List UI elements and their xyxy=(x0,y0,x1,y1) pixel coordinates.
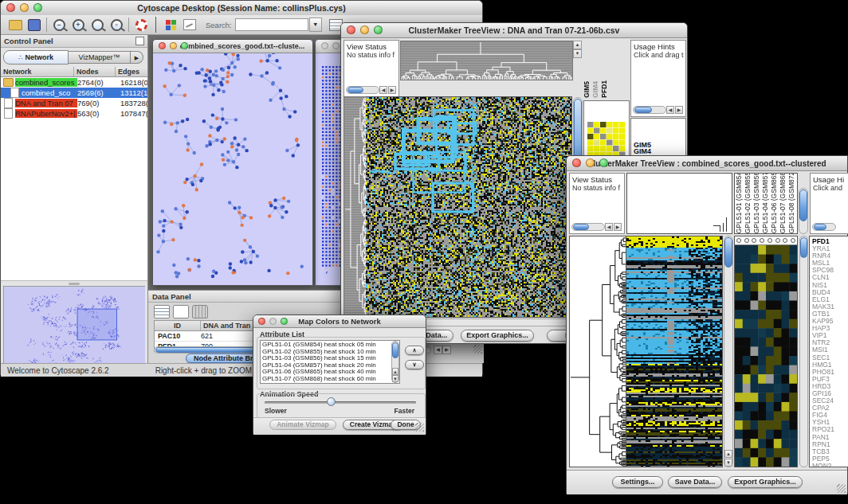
scroll-right-button[interactable]: ▶ xyxy=(442,346,451,354)
minimize-icon[interactable] xyxy=(332,42,340,49)
treeview2-title: ClusterMaker TreeView : combined_scores_… xyxy=(587,159,826,168)
zoom-window-icon[interactable] xyxy=(33,3,42,12)
similarity-matrix[interactable] xyxy=(587,122,626,158)
zoom-window-icon[interactable] xyxy=(181,42,188,49)
network-overview[interactable] xyxy=(3,286,145,373)
close-icon[interactable] xyxy=(258,318,265,325)
usage-hints-scrollbar[interactable] xyxy=(633,106,666,114)
annotation-icon[interactable] xyxy=(180,17,199,33)
scroll-right-button[interactable]: ▶ xyxy=(388,86,396,94)
minimize-icon[interactable] xyxy=(269,318,277,325)
tab-network[interactable]: ∴ Network xyxy=(3,50,69,64)
gene-label[interactable]: MON2 xyxy=(812,463,848,467)
close-icon[interactable] xyxy=(572,158,581,167)
animation-slider-track[interactable] xyxy=(265,401,416,404)
help-icon[interactable] xyxy=(132,17,151,33)
save-icon[interactable] xyxy=(25,17,44,33)
scroll-left-button[interactable]: ◀ xyxy=(434,346,442,354)
column-dendrogram-area[interactable] xyxy=(626,173,732,234)
treeview2-buttonbar: Settings... Save Data... Export Graphics… xyxy=(567,470,847,494)
resize-grip[interactable] xyxy=(415,423,424,432)
treeview1-titlebar[interactable]: ClusterMaker TreeView : DNA and Tran 07-… xyxy=(341,23,687,38)
resize-grip[interactable] xyxy=(837,484,846,493)
move-down-button[interactable]: ∨ xyxy=(405,360,424,369)
close-icon[interactable] xyxy=(159,42,166,49)
close-icon[interactable] xyxy=(6,3,15,12)
heatmap-zoom-view[interactable] xyxy=(735,245,797,467)
save-data-button[interactable]: Save Data... xyxy=(668,476,722,488)
zoom-in-icon[interactable]: + xyxy=(69,17,88,33)
attribute-vscrollbar[interactable]: ▲ ▼ xyxy=(391,341,399,383)
settings-button[interactable]: Settings... xyxy=(612,476,663,488)
search-dropdown-button[interactable]: ▼ xyxy=(309,18,322,32)
scroll-down-button[interactable]: ▼ xyxy=(724,459,732,467)
scroll-right-button[interactable]: ▶ xyxy=(675,106,683,114)
row-dendrogram[interactable] xyxy=(569,236,626,467)
close-icon[interactable] xyxy=(321,42,328,49)
zoom-window-icon[interactable] xyxy=(281,318,288,325)
scroll-up-button[interactable]: ▲ xyxy=(392,368,398,375)
network-row-selected[interactable]: combined_sco 2569(6) 13112(15) xyxy=(1,88,147,98)
minimize-icon[interactable] xyxy=(170,42,177,49)
dialog-title: Map Colors to Network xyxy=(298,317,380,326)
scroll-up-button[interactable]: ▲ xyxy=(724,450,732,458)
treeview2-titlebar[interactable]: ClusterMaker TreeView : combined_scores_… xyxy=(567,156,847,171)
open-icon[interactable] xyxy=(6,17,25,33)
export-graphics-button[interactable]: Export Graphics... xyxy=(728,476,803,488)
row-dendrogram[interactable] xyxy=(344,96,367,318)
zoom-window-icon[interactable] xyxy=(599,158,608,167)
genelist-vscrollbar[interactable] xyxy=(799,236,808,467)
vizmapper-icon[interactable] xyxy=(161,17,180,33)
minimize-icon[interactable] xyxy=(20,3,29,12)
scroll-left-button[interactable]: ◀ xyxy=(605,223,613,231)
column-label: PFD1 xyxy=(600,80,608,98)
zoom-selected-icon[interactable]: ▫ xyxy=(107,17,126,33)
heatmap-vscrollbar[interactable]: ▲ ▼ xyxy=(724,236,733,467)
dialog-titlebar[interactable]: Map Colors to Network xyxy=(253,315,426,328)
attribute-table-icon[interactable] xyxy=(154,305,170,318)
minimize-icon[interactable] xyxy=(360,25,369,34)
scroll-left-button[interactable]: ◀ xyxy=(666,106,674,114)
scroll-down-button[interactable]: ▼ xyxy=(573,49,582,58)
attribute-item[interactable]: GPL51-07 (GSM868) heat shock 60 min xyxy=(262,376,399,383)
network-row-rnapuber[interactable]: RNAPuberNov2+| 563(0) 107847(0) xyxy=(1,108,147,119)
column-label: GIM3 xyxy=(609,81,610,98)
scroll-right-button[interactable]: ▶ xyxy=(614,223,622,231)
view-status-scrollbar[interactable] xyxy=(346,86,379,94)
network-file-icon xyxy=(4,108,13,119)
column-dendrogram[interactable] xyxy=(400,41,573,80)
tab-overflow-arrow[interactable]: ▶ xyxy=(131,51,143,64)
heatmap-global-view[interactable] xyxy=(626,236,723,467)
animate-vizmap-button[interactable]: Animate Vizmap xyxy=(269,420,336,430)
network-row-dna-tran[interactable]: DNA and Tran 07 769(0) 183728(0) xyxy=(1,98,147,108)
splitter-handle[interactable] xyxy=(69,283,80,285)
attribute-listbox[interactable]: GPL51-01 (GSM854) heat shock 05 minGPL51… xyxy=(260,340,400,384)
zoom-window-icon[interactable] xyxy=(374,25,383,34)
zoom-out-icon[interactable]: – xyxy=(49,17,69,33)
close-icon[interactable] xyxy=(347,25,355,34)
export-graphics-button[interactable]: Export Graphics... xyxy=(461,330,534,342)
animation-slider-thumb[interactable] xyxy=(327,397,336,406)
scroll-up-button[interactable]: ▲ xyxy=(573,41,582,49)
move-up-button[interactable]: ∧ xyxy=(405,346,424,355)
heatmap-global-view[interactable] xyxy=(366,96,572,318)
resize-grip[interactable] xyxy=(473,345,482,354)
float-panel-icon[interactable] xyxy=(135,37,144,45)
view-status-scrollbar[interactable] xyxy=(571,223,605,231)
column-label: GPL51-03 (GSM856) xyxy=(752,173,760,233)
minimize-icon[interactable] xyxy=(586,158,595,167)
usage-hints-scrollbar[interactable] xyxy=(812,223,836,231)
column-label: GPL51-01 (GSM854) xyxy=(735,173,743,233)
network-row-combined-scores[interactable]: combined_scores 2764(0) 16218(0) xyxy=(1,77,147,88)
search-input[interactable] xyxy=(235,18,308,31)
new-attribute-icon[interactable] xyxy=(173,305,189,318)
main-titlebar[interactable]: Cytoscape Desktop (Session Name: collins… xyxy=(1,1,482,16)
scroll-down-button[interactable]: ▼ xyxy=(392,375,398,382)
column-label: GIM4 xyxy=(591,81,599,98)
zoom-fit-icon[interactable] xyxy=(88,17,107,33)
scroll-left-button[interactable]: ◀ xyxy=(379,86,387,94)
tab-vizmapper[interactable]: VizMapper™ xyxy=(69,51,131,64)
network-view-window[interactable]: combined_scores_good.txt--cluste... xyxy=(152,39,313,286)
labels-vscrollbar[interactable] xyxy=(799,188,808,234)
delete-attribute-icon[interactable] xyxy=(192,305,208,318)
